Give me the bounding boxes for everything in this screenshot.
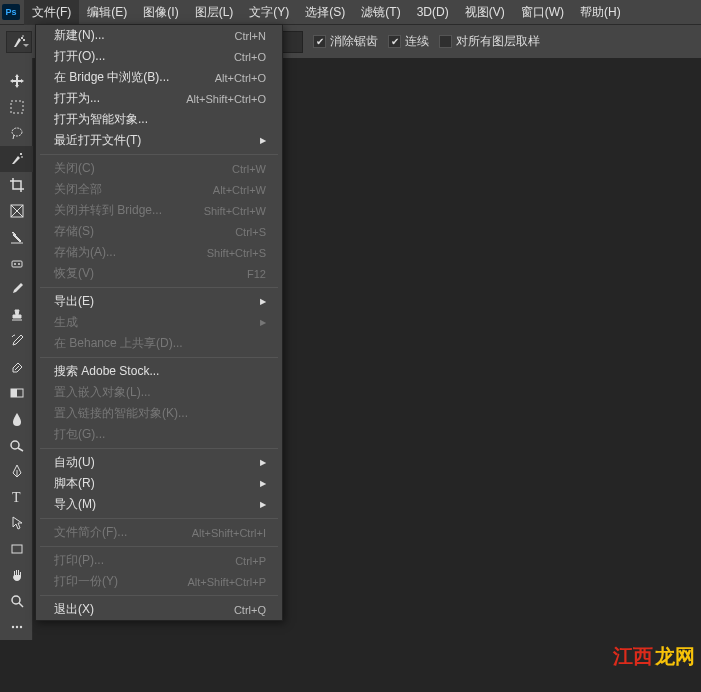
- menu-entry[interactable]: 打开(O)...Ctrl+O: [36, 46, 282, 67]
- menu-separator: [40, 518, 278, 519]
- menu-entry: 关闭全部Alt+Ctrl+W: [36, 179, 282, 200]
- menu-entry[interactable]: 新建(N)...Ctrl+N: [36, 25, 282, 46]
- tool-zoom[interactable]: [0, 588, 33, 614]
- contiguous-checkbox[interactable]: ✔ 连续: [388, 33, 429, 50]
- menu-entry: 打印一份(Y)Alt+Shift+Ctrl+P: [36, 571, 282, 592]
- menu-entry-label: 脚本(R): [54, 475, 95, 492]
- menu-help[interactable]: 帮助(H): [572, 0, 629, 25]
- menu-image[interactable]: 图像(I): [135, 0, 186, 25]
- tool-magic-wand[interactable]: [0, 146, 33, 172]
- svg-point-22: [11, 441, 19, 449]
- tool-marquee[interactable]: [0, 94, 33, 120]
- antialias-checkbox[interactable]: ✔ 消除锯齿: [313, 33, 378, 50]
- menu-select[interactable]: 选择(S): [297, 0, 353, 25]
- menu-entry: 关闭(C)Ctrl+W: [36, 158, 282, 179]
- svg-rect-17: [12, 261, 22, 267]
- menu-entry[interactable]: 打开为智能对象...: [36, 109, 282, 130]
- menu-entry-label: 搜索 Adobe Stock...: [54, 363, 159, 380]
- svg-point-2: [22, 35, 23, 36]
- svg-point-11: [20, 153, 22, 155]
- tool-crop[interactable]: [0, 172, 33, 198]
- check-icon: [439, 35, 452, 48]
- menu-entry[interactable]: 导入(M)▶: [36, 494, 282, 515]
- menu-entry[interactable]: 导出(E)▶: [36, 291, 282, 312]
- svg-rect-26: [12, 545, 22, 553]
- menu-view[interactable]: 视图(V): [457, 0, 513, 25]
- menu-entry[interactable]: 脚本(R)▶: [36, 473, 282, 494]
- menu-separator: [40, 595, 278, 596]
- svg-line-23: [18, 448, 23, 451]
- menu-entry-shortcut: Ctrl+S: [235, 226, 266, 238]
- menu-layer[interactable]: 图层(L): [187, 0, 242, 25]
- watermark-text-a: 江西: [613, 643, 653, 670]
- tool-eraser[interactable]: [0, 354, 33, 380]
- tool-dodge[interactable]: [0, 432, 33, 458]
- svg-text:T: T: [12, 490, 21, 505]
- menu-entry-label: 存储为(A)...: [54, 244, 116, 261]
- menu-separator: [40, 287, 278, 288]
- menu-entry-label: 置入嵌入对象(L)...: [54, 384, 151, 401]
- svg-point-12: [21, 156, 23, 158]
- menu-separator: [40, 154, 278, 155]
- menu-entry[interactable]: 最近打开文件(T)▶: [36, 130, 282, 151]
- tool-eyedropper[interactable]: [0, 224, 33, 250]
- tool-stamp[interactable]: [0, 302, 33, 328]
- toolbox: T: [0, 58, 33, 640]
- menu-entry: 恢复(V)F12: [36, 263, 282, 284]
- menu-filter[interactable]: 滤镜(T): [353, 0, 408, 25]
- all-layers-checkbox[interactable]: 对所有图层取样: [439, 33, 540, 50]
- tool-heal[interactable]: [0, 250, 33, 276]
- svg-rect-9: [11, 101, 23, 113]
- all-layers-label: 对所有图层取样: [456, 33, 540, 50]
- menu-entry-shortcut: Alt+Shift+Ctrl+I: [192, 527, 266, 539]
- tool-move[interactable]: [0, 68, 33, 94]
- submenu-arrow-icon: ▶: [252, 458, 266, 467]
- menu-entry-label: 打印一份(Y): [54, 573, 118, 590]
- menu-entry[interactable]: 自动(U)▶: [36, 452, 282, 473]
- tool-hand[interactable]: [0, 562, 33, 588]
- check-icon: ✔: [388, 35, 401, 48]
- menu-entry-label: 关闭并转到 Bridge...: [54, 202, 162, 219]
- watermark: 江西龙网: [613, 643, 695, 670]
- menu-entry[interactable]: 退出(X)Ctrl+Q: [36, 599, 282, 620]
- tool-path-select[interactable]: [0, 510, 33, 536]
- menu-entry-shortcut: Alt+Shift+Ctrl+O: [186, 93, 266, 105]
- menu-entry-label: 新建(N)...: [54, 27, 105, 44]
- tool-frame[interactable]: [0, 198, 33, 224]
- menu-file[interactable]: 文件(F): [24, 0, 79, 25]
- tool-brush[interactable]: [0, 276, 33, 302]
- menu-separator: [40, 357, 278, 358]
- menu-entry-shortcut: Ctrl+Q: [234, 604, 266, 616]
- svg-line-28: [19, 603, 23, 607]
- svg-point-29: [11, 626, 13, 628]
- svg-point-0: [21, 37, 23, 39]
- tool-pen[interactable]: [0, 458, 33, 484]
- tool-type[interactable]: T: [0, 484, 33, 510]
- menu-entry-shortcut: Alt+Shift+Ctrl+P: [187, 576, 266, 588]
- menu-entry-label: 打开(O)...: [54, 48, 105, 65]
- menu-window[interactable]: 窗口(W): [513, 0, 572, 25]
- menu-entry-label: 置入链接的智能对象(K)...: [54, 405, 188, 422]
- menu-entry-shortcut: Shift+Ctrl+W: [204, 205, 266, 217]
- menu-entry[interactable]: 搜索 Adobe Stock...: [36, 361, 282, 382]
- tool-rectangle[interactable]: [0, 536, 33, 562]
- svg-rect-21: [11, 389, 17, 397]
- menu-entry: 在 Behance 上共享(D)...: [36, 333, 282, 354]
- menu-entry-label: 导出(E): [54, 293, 94, 310]
- tool-blur[interactable]: [0, 406, 33, 432]
- menu-entry: 生成▶: [36, 312, 282, 333]
- tool-more[interactable]: [0, 614, 33, 640]
- menu-edit[interactable]: 编辑(E): [79, 0, 135, 25]
- tool-gradient[interactable]: [0, 380, 33, 406]
- menu-entry[interactable]: 打开为...Alt+Shift+Ctrl+O: [36, 88, 282, 109]
- menu-entry-label: 自动(U): [54, 454, 95, 471]
- submenu-arrow-icon: ▶: [252, 136, 266, 145]
- menu-entry[interactable]: 在 Bridge 中浏览(B)...Alt+Ctrl+O: [36, 67, 282, 88]
- menu-entry-shortcut: F12: [247, 268, 266, 280]
- tool-preset-picker[interactable]: [6, 31, 32, 53]
- menu-3d[interactable]: 3D(D): [409, 1, 457, 23]
- tool-lasso[interactable]: [0, 120, 33, 146]
- menu-type[interactable]: 文字(Y): [241, 0, 297, 25]
- menu-entry-label: 最近打开文件(T): [54, 132, 141, 149]
- tool-history-brush[interactable]: [0, 328, 33, 354]
